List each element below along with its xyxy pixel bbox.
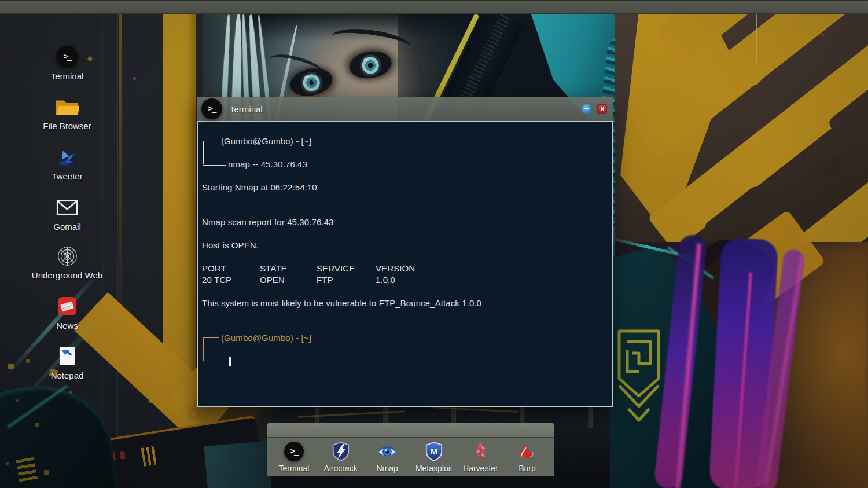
- dock-item-label: Harvester: [463, 464, 498, 473]
- dock-items: >_ Terminal Airocrack: [267, 438, 554, 476]
- bird-icon: [56, 145, 79, 168]
- text-cursor: [229, 357, 231, 366]
- dock-item-metasploit[interactable]: M Metasploit: [412, 440, 456, 476]
- prompt-block: (Gumbo@Gumbo) - [~]: [202, 332, 606, 367]
- desktop-icon-label: Tweeter: [52, 171, 82, 181]
- dock-item-label: Airocrack: [323, 464, 357, 473]
- dock-item-airocrack[interactable]: Airocrack: [319, 440, 363, 476]
- prompt-block: (Gumbo@Gumbo) - [~] nmap -- 45.30.76.43: [202, 135, 606, 170]
- dock-item-nmap[interactable]: Nmap: [365, 440, 409, 476]
- svg-text:M: M: [431, 446, 438, 456]
- terminal-icon: >_: [284, 440, 304, 463]
- terminal-icon: >_: [56, 45, 78, 68]
- eye-icon: [377, 440, 398, 463]
- terminal-output[interactable]: (Gumbo@Gumbo) - [~] nmap -- 45.30.76.43 …: [197, 121, 613, 407]
- desktop-icon-underground-web[interactable]: Underground Web: [21, 244, 113, 280]
- dock-item-label: Terminal: [279, 464, 310, 473]
- folder-icon: [55, 95, 79, 118]
- prompt-command: [228, 355, 231, 367]
- desktop-icon-tweeter[interactable]: Tweeter: [21, 145, 113, 181]
- terminal-icon: >_: [201, 98, 222, 119]
- desktop-icon-file-browser[interactable]: File Browser: [21, 95, 113, 131]
- desktop-icon-label: Terminal: [51, 71, 84, 81]
- shield-lightning-icon: [332, 440, 350, 463]
- dock-item-label: Metasploit: [415, 464, 453, 473]
- minimize-icon: [584, 108, 589, 110]
- window-titlebar[interactable]: >_ Terminal: [197, 97, 613, 121]
- shield-m-icon: M: [425, 440, 443, 463]
- desktop-icon-notepad[interactable]: Notepad: [21, 344, 113, 380]
- dock-item-harvester[interactable]: Harvester: [458, 440, 502, 476]
- flame-swoosh-icon: [517, 440, 536, 463]
- desktop: >_ Terminal File Browser Tweeter: [0, 0, 868, 488]
- wheat-plant-icon: [474, 440, 487, 463]
- desktop-icon-news[interactable]: News: [21, 295, 113, 331]
- terminal-line: Starting Nmap at 06:22:54:10: [202, 182, 606, 193]
- prompt-user-host: (Gumbo@Gumbo) - [~]: [221, 135, 311, 147]
- dock-handle[interactable]: [267, 423, 554, 438]
- desktop-icon-label: Underground Web: [32, 270, 102, 280]
- desktop-icon-label: Gomail: [53, 222, 81, 232]
- newspaper-icon: [57, 295, 77, 318]
- dock-item-label: Nmap: [377, 464, 398, 473]
- dock-item-label: Burp: [518, 464, 536, 473]
- dock: >_ Terminal Airocrack: [267, 423, 554, 476]
- close-button[interactable]: [597, 104, 607, 114]
- terminal-window: >_ Terminal (Gumbo@Gumbo) - [~] nmap -- …: [197, 97, 613, 407]
- prompt-user-host: (Gumbo@Gumbo) - [~]: [221, 332, 311, 344]
- desktop-icon-gomail[interactable]: Gomail: [21, 196, 113, 232]
- scan-table-header: PORTSTATESERVICEVERSION: [202, 263, 606, 274]
- top-bar: [0, 0, 868, 14]
- prompt-command: nmap -- 45.30.76.43: [228, 159, 307, 170]
- dock-item-terminal[interactable]: >_ Terminal: [272, 440, 316, 476]
- terminal-line: Nmap scan report for 45.30.76.43: [202, 217, 606, 228]
- desktop-icon-label: News: [56, 321, 78, 331]
- web-mandala-icon: [57, 244, 78, 267]
- vulnerability-line: This system is most likely to be vulnera…: [202, 298, 606, 309]
- terminal-line: Host is OPEN.: [202, 240, 606, 251]
- scan-table-row: 20 TCPOPENFTP1.0.0: [202, 274, 606, 286]
- desktop-icon-label: Notepad: [51, 370, 84, 380]
- desktop-icon-label: File Browser: [43, 121, 91, 131]
- dock-item-burp[interactable]: Burp: [505, 440, 549, 476]
- minimize-button[interactable]: [582, 104, 591, 114]
- desktop-icon-terminal[interactable]: >_ Terminal: [21, 45, 113, 81]
- window-title: Terminal: [230, 104, 263, 114]
- window-controls: [582, 104, 608, 114]
- envelope-icon: [56, 196, 78, 219]
- notepad-icon: [58, 344, 76, 368]
